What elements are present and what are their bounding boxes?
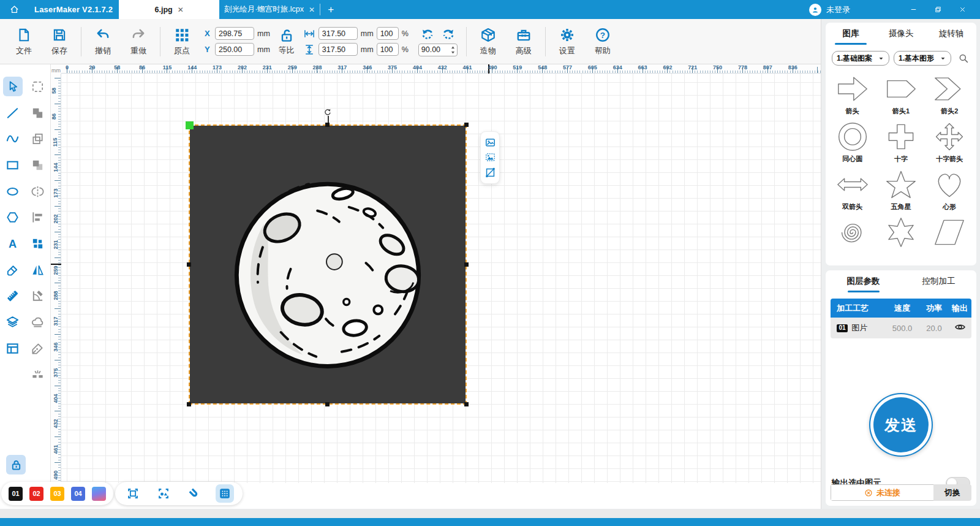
rotate-ccw-icon[interactable] (420, 27, 435, 42)
origin-button[interactable]: 原点 (164, 27, 200, 56)
width-input[interactable] (318, 27, 358, 40)
pen-tool[interactable] (28, 338, 48, 358)
shape-arrow2[interactable]: 箭头2 (925, 71, 974, 118)
close-button[interactable] (953, 0, 971, 19)
selection-handle[interactable] (325, 123, 330, 127)
width-percent-input[interactable] (377, 27, 399, 40)
tab-library[interactable]: 图库 (826, 28, 876, 39)
home-button[interactable] (0, 0, 28, 19)
selected-image[interactable] (189, 124, 467, 405)
curve-tool[interactable] (3, 129, 23, 149)
tab-close-icon[interactable]: ✕ (309, 6, 315, 14)
eye-icon[interactable] (954, 321, 966, 333)
selection-handle[interactable] (464, 402, 469, 406)
align-tool[interactable] (28, 208, 48, 227)
shape-arrow1[interactable]: 箭头1 (876, 71, 925, 118)
color-chip-04[interactable]: 04 (71, 487, 85, 501)
tab-control-process[interactable]: 控制加工 (901, 276, 976, 287)
shape-star5[interactable]: 五角星 (876, 166, 925, 214)
select-all-button[interactable] (154, 484, 173, 503)
line-tool[interactable] (3, 103, 23, 123)
shape-concentric[interactable]: 同心圆 (828, 118, 876, 166)
tab-rotary-axis[interactable]: 旋转轴 (926, 28, 976, 39)
tab-camera[interactable]: 摄像头 (876, 28, 926, 39)
document-tab-active[interactable]: 6.jpg ✕ (119, 0, 219, 19)
shape-arrow[interactable]: 箭头 (828, 71, 876, 118)
shape-parallelogram[interactable] (925, 214, 974, 262)
send-button[interactable]: 发送 (869, 393, 933, 457)
text-tool[interactable]: A (3, 234, 23, 253)
shape-heart[interactable]: 心形 (925, 166, 974, 214)
shape-double-arrow[interactable]: 双箭头 (828, 166, 876, 214)
height-percent-input[interactable] (377, 43, 399, 56)
selection-handle-origin[interactable] (186, 121, 194, 129)
magnet-button[interactable] (185, 484, 203, 503)
grid-button[interactable] (216, 484, 234, 503)
layer-row[interactable]: 01图片500.020.0 (831, 318, 971, 338)
x-position-input[interactable] (215, 27, 254, 40)
flip-tool[interactable] (28, 260, 48, 280)
split-tool[interactable] (28, 181, 48, 201)
y-position-input[interactable] (215, 43, 254, 56)
layers-tool[interactable] (3, 313, 23, 332)
help-button[interactable]: ?帮助 (585, 27, 620, 56)
cloud-tool[interactable] (28, 313, 48, 332)
cursor-tool[interactable] (3, 77, 23, 96)
connection-status[interactable]: 未连接 (831, 484, 933, 501)
eraser-tool[interactable] (3, 260, 23, 280)
selection-handle[interactable] (187, 402, 191, 406)
color-chip-03[interactable]: 03 (50, 487, 64, 501)
user-account[interactable]: 未登录 (809, 4, 850, 16)
document-tab[interactable]: 刻光绘月·蟾宫时旅.lcpx ✕ (219, 0, 320, 19)
rotation-handle[interactable] (323, 108, 332, 116)
table-tool[interactable] (3, 338, 23, 358)
polygon-tool[interactable] (3, 208, 23, 227)
copy-tool[interactable] (28, 129, 48, 149)
color-chip-02[interactable]: 02 (29, 487, 43, 501)
tab-close-icon[interactable]: ✕ (178, 6, 184, 14)
ruler-tool[interactable] (3, 286, 23, 306)
redo-button[interactable]: 重做 (121, 27, 156, 56)
rotation-angle-spinner[interactable] (418, 44, 458, 56)
tab-layer-params[interactable]: 图层参数 (826, 276, 901, 287)
canvas-area[interactable]: mm 0295886115144173202231259288317346375… (51, 64, 821, 483)
crop-tool-icon[interactable] (484, 167, 496, 178)
selection-handle[interactable] (325, 402, 330, 406)
switch-device-button[interactable]: 切换 (933, 484, 971, 501)
settings-button[interactable]: 设置 (549, 27, 585, 56)
subtract-tool[interactable] (28, 155, 48, 175)
break-tool[interactable] (28, 365, 48, 384)
squares-tool[interactable] (28, 234, 48, 253)
rotation-angle-input[interactable] (419, 45, 449, 54)
minimize-button[interactable] (904, 0, 922, 19)
canvas-lock-button[interactable] (6, 455, 26, 475)
rect-tool[interactable] (3, 155, 23, 175)
search-icon[interactable] (958, 53, 969, 64)
shape-spiral[interactable] (828, 214, 876, 262)
bitmap-tool-icon[interactable] (484, 151, 496, 163)
advanced-button[interactable]: 高级 (506, 27, 541, 56)
selection-handle[interactable] (187, 262, 191, 267)
gradient-color-chip[interactable] (92, 487, 106, 501)
save-button[interactable]: 保存 (42, 27, 77, 56)
rotate-cw-icon[interactable] (441, 27, 456, 42)
protractor-tool[interactable] (28, 286, 48, 306)
ellipse-tool[interactable] (3, 181, 23, 201)
category-dropdown[interactable]: 1.基础图案 (832, 51, 889, 66)
height-input[interactable] (318, 43, 358, 56)
frame-button[interactable] (124, 484, 142, 503)
undo-button[interactable]: 撤销 (85, 27, 121, 56)
drawing-grid[interactable] (61, 74, 821, 483)
union-tool[interactable] (28, 103, 48, 123)
marquee-tool[interactable] (28, 77, 48, 96)
new-tab-button[interactable]: + (320, 0, 341, 19)
shape-cross[interactable]: 十字 (876, 118, 925, 166)
aspect-lock-button[interactable]: 等比 (279, 28, 295, 56)
image-tool-icon[interactable] (484, 137, 496, 148)
shape-star6[interactable] (876, 214, 925, 262)
selection-handle[interactable] (464, 262, 469, 267)
subcategory-dropdown[interactable]: 1.基本图形 (894, 51, 951, 66)
selection-handle[interactable] (464, 123, 469, 127)
file-button[interactable]: 文件 (6, 27, 42, 56)
creation-button[interactable]: 造物 (470, 27, 506, 56)
